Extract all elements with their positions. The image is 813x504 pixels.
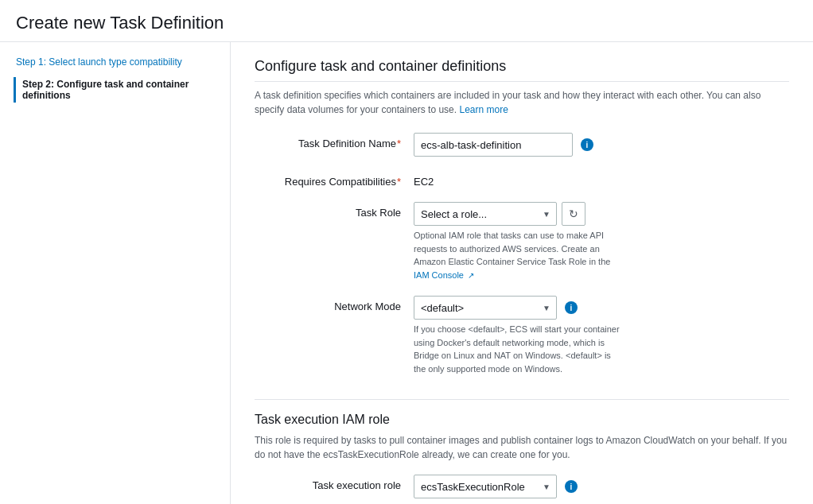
task-definition-name-label: Task Definition Name: [255, 133, 414, 149]
requires-compatibilities-value: EC2: [414, 171, 789, 188]
section-title: Configure task and container definitions: [255, 58, 789, 82]
sidebar: Step 1: Select launch type compatibility…: [0, 42, 231, 504]
task-execution-role-control-row: ecsTaskExecutionRole ▼ i: [414, 475, 789, 498]
task-definition-name-control-row: ecs-alb-task-definition i: [414, 133, 789, 157]
learn-more-link[interactable]: Learn more: [459, 104, 508, 115]
task-role-select-wrap: Select a role... ▼: [414, 202, 557, 226]
task-execution-description: This role is required by tasks to pull c…: [255, 433, 789, 462]
page-header: Create new Task Definition: [0, 0, 813, 42]
task-role-control-row: Select a role... ▼ ↻: [414, 202, 789, 226]
network-mode-help-text: If you choose <default>, ECS will start …: [414, 323, 620, 375]
network-mode-info-icon[interactable]: i: [565, 301, 578, 314]
main-content: Configure task and container definitions…: [231, 42, 813, 504]
task-role-label: Task Role: [255, 202, 414, 219]
refresh-icon: ↻: [569, 207, 578, 220]
network-mode-wrap: <default> bridge host awsvpc none ▼ i If…: [414, 296, 789, 375]
task-role-row: Task Role Select a role... ▼ ↻ Optional …: [255, 202, 789, 281]
network-mode-row: Network Mode <default> bridge host awsvp…: [255, 296, 789, 375]
requires-compatibilities-label: Requires Compatibilities: [255, 171, 414, 188]
sidebar-step-1[interactable]: Step 1: Select launch type compatibility: [16, 55, 214, 69]
task-definition-name-row: Task Definition Name ecs-alb-task-defini…: [255, 133, 789, 157]
task-execution-role-label: Task execution role: [255, 475, 414, 491]
task-definition-name-input[interactable]: ecs-alb-task-definition: [414, 133, 573, 157]
step1-link[interactable]: Step 1: Select launch type compatibility: [16, 56, 182, 68]
task-role-refresh-button[interactable]: ↻: [562, 202, 585, 226]
network-mode-select[interactable]: <default> bridge host awsvpc none: [414, 296, 557, 320]
iam-console-link[interactable]: IAM Console ↗: [414, 270, 474, 280]
task-role-wrap: Select a role... ▼ ↻ Optional IAM role t…: [414, 202, 789, 281]
task-definition-name-info-icon[interactable]: i: [581, 138, 593, 151]
network-mode-select-wrap: <default> bridge host awsvpc none ▼: [414, 296, 557, 320]
task-execution-role-select-wrap: ecsTaskExecutionRole ▼: [414, 475, 557, 498]
step2-label: Step 2: Configure task and container def…: [22, 79, 189, 101]
page-title: Create new Task Definition: [16, 13, 797, 33]
task-role-select[interactable]: Select a role...: [414, 202, 557, 226]
requires-compatibilities-wrap: EC2: [414, 171, 789, 188]
task-execution-role-wrap: ecsTaskExecutionRole ▼ i: [414, 475, 789, 498]
section-description: A task definition specifies which contai…: [255, 88, 789, 117]
task-execution-role-select[interactable]: ecsTaskExecutionRole: [414, 475, 557, 498]
layout: Step 1: Select launch type compatibility…: [0, 42, 813, 504]
network-mode-control-row: <default> bridge host awsvpc none ▼ i: [414, 296, 789, 320]
requires-compatibilities-row: Requires Compatibilities EC2: [255, 171, 789, 188]
task-execution-section: Task execution IAM role This role is req…: [255, 399, 789, 498]
task-execution-role-info-icon[interactable]: i: [565, 480, 578, 493]
external-link-icon: ↗: [468, 271, 474, 280]
network-mode-label: Network Mode: [255, 296, 414, 312]
task-definition-name-wrap: ecs-alb-task-definition i: [414, 133, 789, 157]
sidebar-step-2: Step 2: Configure task and container def…: [14, 77, 214, 103]
task-execution-title: Task execution IAM role: [255, 413, 789, 427]
task-role-help-text: Optional IAM role that tasks can use to …: [414, 229, 620, 281]
task-execution-role-row: Task execution role ecsTaskExecutionRole…: [255, 475, 789, 498]
